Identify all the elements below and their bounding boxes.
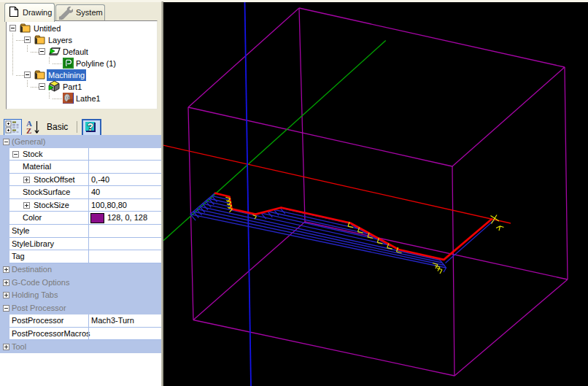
svg-text:?: ?: [88, 121, 94, 133]
svg-text:Z: Z: [26, 126, 31, 135]
